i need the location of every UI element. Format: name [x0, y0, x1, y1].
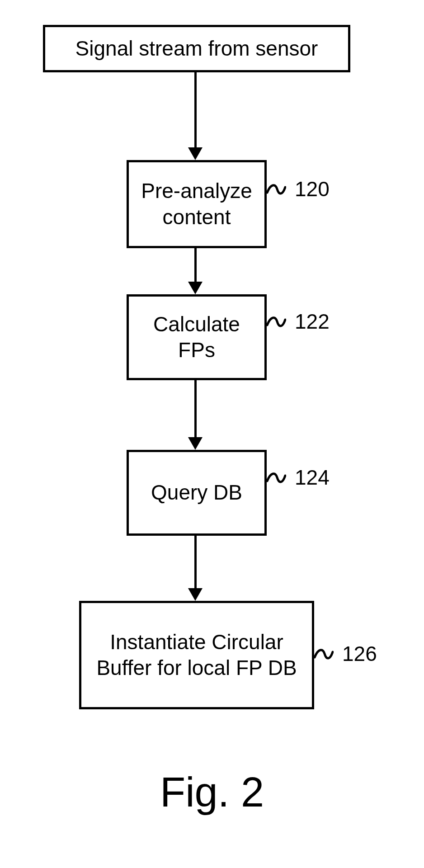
tilde-preanalyze — [266, 182, 286, 197]
tilde-circbuf — [314, 646, 334, 662]
box-circular-buffer-text: Instantiate Circular Buffer for local FP… — [88, 629, 306, 681]
tilde-calcfps — [266, 314, 286, 330]
box-signal-source: Signal stream from sensor — [43, 25, 350, 72]
arrow-querydb-to-circbuf — [194, 536, 197, 590]
arrow-calcfps-to-querydb — [194, 380, 197, 439]
figure-caption: Fig. 2 — [0, 769, 424, 816]
arrow-head-1 — [188, 147, 203, 160]
box-query-db: Query DB — [127, 450, 267, 536]
box-calc-fps-text: Calculate FPs — [135, 311, 258, 363]
arrow-preanalyze-to-calcfps — [194, 248, 197, 283]
box-circular-buffer: Instantiate Circular Buffer for local FP… — [79, 601, 314, 709]
ref-preanalyze: 120 — [295, 179, 330, 199]
arrow-head-2 — [188, 282, 203, 294]
ref-circbuf: 126 — [342, 643, 377, 664]
box-preanalyze: Pre-analyze content — [127, 160, 267, 248]
ref-querydb: 124 — [295, 467, 330, 488]
tilde-querydb — [266, 470, 286, 486]
box-query-db-text: Query DB — [151, 480, 242, 506]
arrow-head-4 — [188, 588, 203, 601]
ref-calcfps: 122 — [295, 311, 330, 332]
box-signal-source-text: Signal stream from sensor — [75, 36, 318, 62]
arrow-head-3 — [188, 437, 203, 450]
flowchart-canvas: Signal stream from sensor Pre-analyze co… — [0, 0, 424, 868]
box-calc-fps: Calculate FPs — [127, 294, 267, 380]
box-preanalyze-text: Pre-analyze content — [135, 178, 258, 230]
arrow-source-to-preanalyze — [194, 72, 197, 149]
